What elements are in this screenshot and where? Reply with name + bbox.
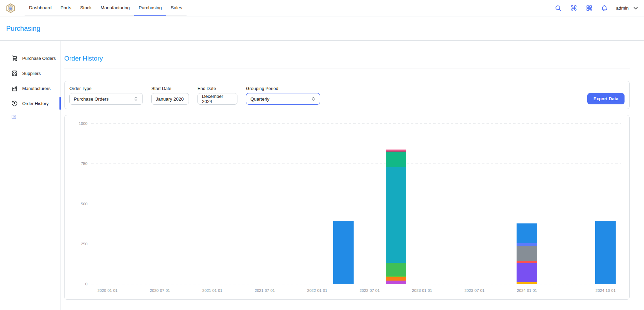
- sidebar-collapse-icon[interactable]: [11, 114, 16, 119]
- stacked-bar[interactable]: [386, 124, 406, 284]
- bar-segment[interactable]: [517, 263, 537, 282]
- stacked-bar[interactable]: [333, 124, 354, 284]
- sidebar-item-order-history[interactable]: Order History: [0, 96, 60, 111]
- x-axis-tick-label: 2024-10-01: [595, 288, 616, 293]
- x-axis-tick-label: 2021-01-01: [202, 288, 222, 293]
- divider: [64, 68, 630, 68]
- x-axis-tick-label: 2021-07-01: [255, 288, 275, 293]
- chart-plot: 025050075010002020-01-012020-07-012021-0…: [91, 124, 621, 284]
- storefront-icon: [11, 70, 18, 77]
- x-axis-tick-label: 2024-01-01: [517, 288, 537, 293]
- start-date-input[interactable]: January 2020: [151, 93, 189, 105]
- y-axis-tick-label: 250: [81, 242, 87, 246]
- x-axis-tick-label: 2020-07-01: [150, 288, 170, 293]
- y-axis-tick-label: 750: [81, 162, 87, 166]
- export-data-button[interactable]: Export Data: [587, 93, 625, 104]
- order-type-select[interactable]: Purchase Orders: [69, 93, 143, 105]
- end-date-label: End Date: [197, 86, 237, 91]
- factory-icon: [11, 85, 18, 92]
- start-date-value: January 2020: [156, 96, 184, 102]
- end-date-field: End Date December 2024: [197, 86, 237, 105]
- order-type-field: Order Type Purchase Orders: [69, 86, 143, 105]
- panel-title: Order History: [64, 55, 630, 62]
- order-type-label: Order Type: [69, 86, 143, 91]
- chevron-down-icon: [633, 5, 639, 11]
- sidebar-item-suppliers[interactable]: Suppliers: [0, 66, 60, 81]
- tab-purchasing[interactable]: Purchasing: [134, 0, 166, 15]
- sidebar-item-label: Order History: [22, 101, 49, 106]
- x-axis-tick-label: 2023-01-01: [412, 288, 432, 293]
- tab-manufacturing[interactable]: Manufacturing: [96, 0, 134, 15]
- bar-segment[interactable]: [386, 281, 406, 284]
- bar-segment[interactable]: [517, 282, 537, 284]
- y-axis-tick-label: 500: [81, 202, 87, 206]
- bar-segment[interactable]: [517, 261, 537, 263]
- x-axis-tick-label: 2023-07-01: [464, 288, 484, 293]
- sidebar-item-label: Suppliers: [22, 71, 41, 76]
- sidebar-item-manufacturers[interactable]: Manufacturers: [0, 81, 60, 96]
- x-axis: 2020-01-012020-07-012021-01-012021-07-01…: [91, 284, 621, 294]
- page-title: Purchasing: [6, 25, 40, 33]
- x-axis-tick-label: 2022-01-01: [307, 288, 327, 293]
- order-history-chart: 025050075010002020-01-012020-07-012021-0…: [64, 115, 630, 300]
- bar-segment[interactable]: [386, 167, 406, 263]
- qr-scan-icon[interactable]: [585, 4, 593, 12]
- bar-segment[interactable]: [386, 152, 406, 167]
- chevron-updown-icon: [311, 96, 316, 102]
- command-icon[interactable]: ⌘: [570, 4, 577, 12]
- y-gridline: [91, 244, 621, 244]
- grouping-period-select[interactable]: Quarterly: [246, 93, 320, 105]
- start-date-field: Start Date January 2020: [151, 86, 189, 105]
- shopping-cart-icon: [11, 55, 18, 62]
- bar-segment[interactable]: [595, 221, 616, 284]
- bar-segment[interactable]: [386, 277, 406, 281]
- bar-segment[interactable]: [517, 243, 537, 246]
- x-axis-tick-label: 2022-07-01: [359, 288, 380, 293]
- bar-segment[interactable]: [386, 150, 406, 151]
- bar-segment[interactable]: [386, 263, 406, 277]
- grouping-period-field: Grouping Period Quarterly: [246, 86, 320, 105]
- stacked-bar[interactable]: [595, 124, 616, 284]
- filter-bar: Order Type Purchase Orders Start Date Ja…: [64, 81, 630, 109]
- navbar-actions: ⌘ admin: [554, 0, 639, 16]
- app-logo-icon[interactable]: [5, 3, 16, 13]
- sidebar-item-purchase-orders[interactable]: Purchase Orders: [0, 51, 60, 66]
- tab-sales[interactable]: Sales: [166, 0, 187, 15]
- end-date-input[interactable]: December 2024: [197, 93, 237, 105]
- y-axis-tick-label: 1000: [79, 121, 87, 126]
- y-gridline: [91, 124, 621, 124]
- sidebar-item-label: Purchase Orders: [22, 56, 56, 61]
- top-navbar: Dashboard Parts Stock Manufacturing Purc…: [0, 0, 644, 16]
- grouping-period-value: Quarterly: [250, 96, 270, 102]
- x-axis-tick-label: 2020-01-01: [97, 288, 118, 293]
- tab-stock[interactable]: Stock: [76, 0, 96, 15]
- tab-parts[interactable]: Parts: [56, 0, 76, 15]
- main-panel: Order History Order Type Purchase Orders…: [60, 41, 644, 310]
- bar-segment[interactable]: [517, 246, 537, 261]
- bell-icon[interactable]: [601, 4, 608, 12]
- start-date-label: Start Date: [151, 86, 189, 91]
- bar-segment[interactable]: [386, 276, 406, 277]
- chevron-updown-icon: [134, 96, 138, 102]
- stacked-bar[interactable]: [517, 124, 537, 284]
- username-label: admin: [616, 5, 629, 11]
- page-header: Purchasing: [0, 17, 644, 41]
- tab-dashboard[interactable]: Dashboard: [25, 0, 56, 15]
- end-date-value: December 2024: [202, 94, 233, 104]
- bar-segment[interactable]: [333, 221, 354, 284]
- user-menu[interactable]: admin: [616, 5, 639, 11]
- grouping-period-label: Grouping Period: [246, 86, 320, 91]
- bar-segment[interactable]: [517, 223, 537, 243]
- bar-segment[interactable]: [386, 151, 406, 152]
- y-axis-tick-label: 0: [85, 282, 87, 286]
- app-window: Dashboard Parts Stock Manufacturing Purc…: [0, 0, 644, 310]
- sidebar: Purchase Orders Suppliers Manufacturers …: [0, 41, 60, 310]
- history-icon: [11, 100, 18, 107]
- y-gridline: [91, 164, 621, 164]
- search-icon[interactable]: [554, 4, 562, 12]
- order-type-value: Purchase Orders: [74, 96, 109, 102]
- y-gridline: [91, 204, 621, 204]
- sidebar-item-label: Manufacturers: [22, 86, 51, 91]
- nav-tabs: Dashboard Parts Stock Manufacturing Purc…: [25, 0, 187, 16]
